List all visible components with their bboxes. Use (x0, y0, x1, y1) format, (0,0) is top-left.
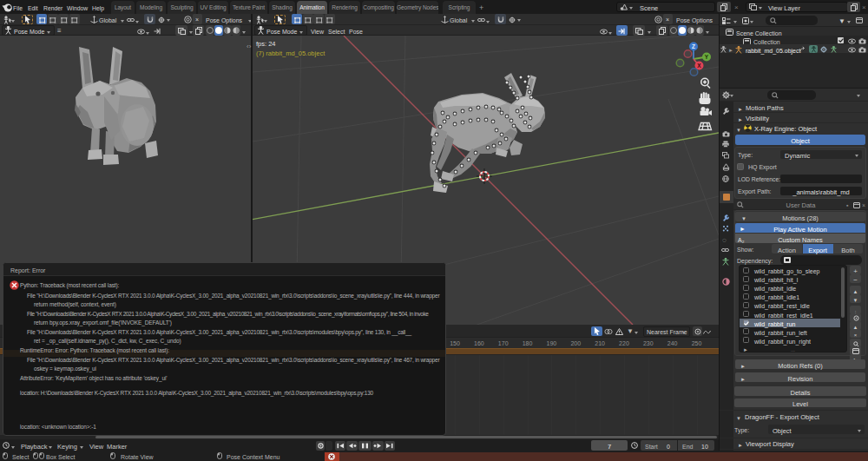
svg-text:X: X (697, 63, 701, 69)
svg-text:Z: Z (692, 43, 695, 49)
svg-text:Y: Y (705, 54, 709, 60)
